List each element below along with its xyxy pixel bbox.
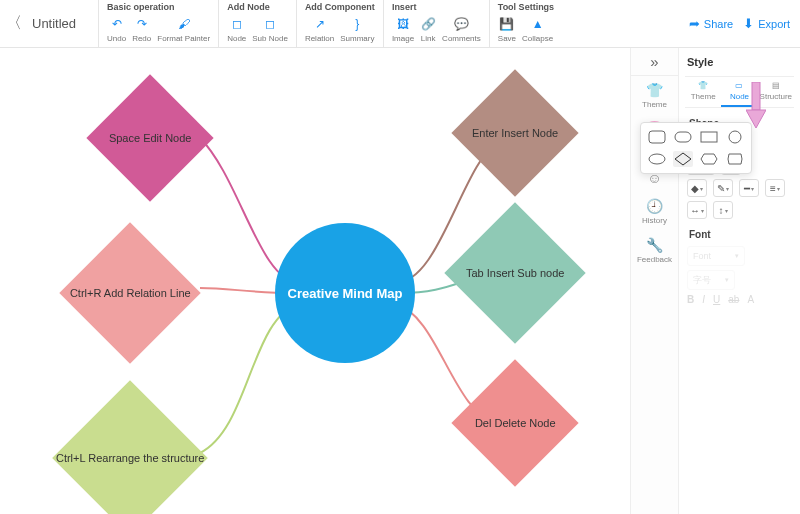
insert-comments-button[interactable]: 💬Comments bbox=[442, 16, 481, 43]
format-painter-button[interactable]: 🖌Format Painter bbox=[157, 16, 210, 43]
tab-theme[interactable]: 👕Theme bbox=[685, 77, 721, 107]
strike-button[interactable]: ab bbox=[728, 294, 739, 305]
group-basic-operation: Basic operation ↶Undo ↷Redo 🖌Format Pain… bbox=[98, 0, 218, 47]
brush-icon: 🖌 bbox=[176, 16, 192, 32]
svg-rect-2 bbox=[701, 132, 717, 142]
svg-rect-7 bbox=[752, 82, 760, 110]
relation-button[interactable]: ↗Relation bbox=[305, 16, 334, 43]
svg-marker-5 bbox=[675, 153, 691, 165]
add-node-button[interactable]: ◻Node bbox=[227, 16, 246, 43]
shape-pill[interactable] bbox=[673, 129, 693, 145]
node-add-relation[interactable]: Ctrl+R Add Relation Line bbox=[59, 222, 200, 363]
svg-marker-8 bbox=[746, 110, 766, 128]
shape-ellipse[interactable] bbox=[647, 151, 667, 167]
topbar: 〈 Untitled Basic operation ↶Undo ↷Redo 🖌… bbox=[0, 0, 800, 48]
undo-button[interactable]: ↶Undo bbox=[107, 16, 126, 43]
insert-image-button[interactable]: 🖼Image bbox=[392, 16, 414, 43]
right-sidebar: » 👕Theme 🎨Style ☺ 🕘History 🔧Feedback bbox=[630, 48, 678, 514]
wrench-icon: 🔧 bbox=[646, 237, 663, 253]
group-insert: Insert 🖼Image 🔗Link 💬Comments bbox=[383, 0, 489, 47]
undo-icon: ↶ bbox=[109, 16, 125, 32]
paint-bucket-icon: ◆ bbox=[691, 183, 699, 194]
sidebar-tab-feedback[interactable]: 🔧Feedback bbox=[631, 231, 678, 270]
center-node[interactable]: Creative Mind Map bbox=[275, 223, 415, 363]
spacing-v-button[interactable]: ↕▾ bbox=[713, 201, 733, 219]
line-color-button[interactable]: ◆▾ bbox=[687, 179, 707, 197]
style-panel-title: Style bbox=[685, 52, 794, 77]
shape-barrel[interactable] bbox=[725, 151, 745, 167]
shape-rounded-rect[interactable] bbox=[647, 129, 667, 145]
shape-popover bbox=[640, 122, 752, 174]
shape-hexagon[interactable] bbox=[699, 151, 719, 167]
sub-node-icon: ◻ bbox=[262, 16, 278, 32]
summary-button[interactable]: }Summary bbox=[340, 16, 374, 43]
document-title[interactable]: Untitled bbox=[28, 0, 98, 47]
pencil-icon: ✎ bbox=[717, 183, 725, 194]
sidebar-tab-history[interactable]: 🕘History bbox=[631, 192, 678, 231]
center-node-label: Creative Mind Map bbox=[288, 286, 403, 301]
shape-circle[interactable] bbox=[725, 129, 745, 145]
svg-rect-1 bbox=[675, 132, 691, 142]
add-sub-node-button[interactable]: ◻Sub Node bbox=[252, 16, 288, 43]
sidebar-tab-theme[interactable]: 👕Theme bbox=[631, 76, 678, 115]
group-label: Basic operation bbox=[107, 2, 210, 14]
link-icon: 🔗 bbox=[420, 16, 436, 32]
line-style-button[interactable]: ✎▾ bbox=[713, 179, 733, 197]
group-add-node: Add Node ◻Node ◻Sub Node bbox=[218, 0, 296, 47]
node-tab-sub[interactable]: Tab Insert Sub node bbox=[444, 202, 585, 343]
shirt-icon: 👕 bbox=[646, 82, 663, 98]
font-section-label: Font bbox=[689, 229, 794, 240]
style-panel: Style 👕Theme ▭Node ▤Structure Shape ◆▾ ◇… bbox=[678, 48, 800, 514]
save-icon: 💾 bbox=[499, 16, 515, 32]
hint-arrow bbox=[746, 82, 766, 130]
node-enter-insert[interactable]: Enter Insert Node bbox=[451, 69, 578, 196]
text-color-button[interactable]: A bbox=[747, 294, 754, 305]
comment-icon: 💬 bbox=[453, 16, 469, 32]
back-button[interactable]: 〈 bbox=[0, 0, 28, 47]
collapse-icon: ▲ bbox=[530, 16, 546, 32]
top-actions: ➦Share ⬇Export bbox=[689, 0, 800, 47]
clock-icon: 🕘 bbox=[646, 198, 663, 214]
share-button[interactable]: ➦Share bbox=[689, 16, 733, 31]
node-space-edit[interactable]: Space Edit Node bbox=[86, 74, 213, 201]
shirt-icon: 👕 bbox=[698, 81, 708, 90]
align-button[interactable]: ≡▾ bbox=[765, 179, 785, 197]
export-icon: ⬇ bbox=[743, 16, 754, 31]
structure-icon: ▤ bbox=[772, 81, 780, 90]
italic-button[interactable]: I bbox=[702, 294, 705, 305]
svg-marker-6 bbox=[701, 154, 717, 164]
mindmap-canvas[interactable]: Creative Mind Map Space Edit Node Ctrl+R… bbox=[0, 48, 630, 514]
relation-icon: ↗ bbox=[312, 16, 328, 32]
svg-point-4 bbox=[649, 154, 665, 164]
collapse-button[interactable]: ▲Collapse bbox=[522, 16, 553, 43]
summary-icon: } bbox=[349, 16, 365, 32]
node-rearrange[interactable]: Ctrl+L Rearrange the structure bbox=[52, 380, 208, 514]
group-label: Tool Settings bbox=[498, 2, 554, 14]
svg-rect-0 bbox=[649, 131, 665, 143]
image-icon: 🖼 bbox=[395, 16, 411, 32]
underline-button[interactable]: U bbox=[713, 294, 720, 305]
group-label: Add Component bbox=[305, 2, 375, 14]
shape-rect[interactable] bbox=[699, 129, 719, 145]
expand-panel-button[interactable]: » bbox=[631, 48, 678, 76]
share-icon: ➦ bbox=[689, 16, 700, 31]
font-family-select[interactable]: Font▾ bbox=[687, 246, 745, 266]
bold-button[interactable]: B bbox=[687, 294, 694, 305]
group-label: Insert bbox=[392, 2, 481, 14]
redo-button[interactable]: ↷Redo bbox=[132, 16, 151, 43]
font-size-select[interactable]: 字号▾ bbox=[687, 270, 735, 290]
insert-link-button[interactable]: 🔗Link bbox=[420, 16, 436, 43]
shape-diamond[interactable] bbox=[673, 151, 693, 167]
save-button[interactable]: 💾Save bbox=[498, 16, 516, 43]
redo-icon: ↷ bbox=[134, 16, 150, 32]
node-del[interactable]: Del Delete Node bbox=[451, 359, 578, 486]
line-thickness-button[interactable]: ━▾ bbox=[739, 179, 759, 197]
spacing-h-button[interactable]: ↔▾ bbox=[687, 201, 707, 219]
svg-point-3 bbox=[729, 131, 741, 143]
group-label: Add Node bbox=[227, 2, 288, 14]
export-button[interactable]: ⬇Export bbox=[743, 16, 790, 31]
node-icon: ▭ bbox=[735, 81, 743, 90]
group-tool-settings: Tool Settings 💾Save ▲Collapse bbox=[489, 0, 562, 47]
node-icon: ◻ bbox=[229, 16, 245, 32]
group-add-component: Add Component ↗Relation }Summary bbox=[296, 0, 383, 47]
